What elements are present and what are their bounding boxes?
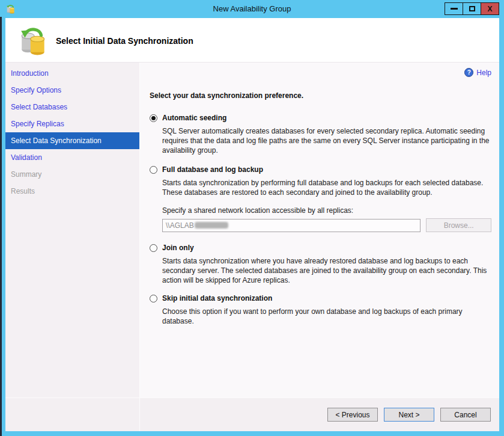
join-only-description: Starts data synchronization where you ha… — [162, 256, 491, 285]
sidebar-item-validation[interactable]: Validation — [5, 149, 139, 166]
option-skip-sync: Skip initial data synchronization Choose… — [150, 294, 491, 326]
titlebar: New Availability Group X — [0, 0, 504, 18]
browse-button[interactable]: Browse... — [426, 218, 491, 232]
option-join-only: Join only Starts data synchronization wh… — [150, 244, 491, 285]
skip-sync-radio[interactable] — [150, 295, 157, 302]
window-title: New Availability Group — [0, 0, 504, 18]
share-location-label: Specify a shared network location access… — [162, 206, 491, 215]
full-backup-description: Starts data synchronization by performin… — [162, 178, 491, 197]
maximize-button[interactable] — [463, 2, 481, 15]
redacted-text — [195, 222, 228, 229]
page-title: Select Initial Data Synchronization — [56, 36, 193, 46]
help-link[interactable]: Help — [476, 69, 491, 77]
skip-sync-label[interactable]: Skip initial data synchronization — [162, 294, 272, 302]
database-sync-icon — [19, 25, 49, 57]
close-button[interactable]: X — [481, 2, 499, 15]
next-button[interactable]: Next > — [384, 408, 434, 422]
automatic-seeding-radio[interactable] — [150, 114, 157, 122]
minimize-button[interactable] — [445, 2, 463, 15]
footer-divider — [139, 398, 140, 431]
option-full-backup: Full database and log backup Starts data… — [150, 165, 491, 232]
sidebar-item-introduction[interactable]: Introduction — [5, 65, 139, 82]
sidebar-item-select-databases[interactable]: Select Databases — [5, 99, 139, 115]
help-icon: ? — [464, 68, 473, 77]
wizard-footer: < Previous Next > Cancel — [5, 398, 499, 431]
join-only-label[interactable]: Join only — [162, 244, 194, 252]
sidebar-item-specify-options[interactable]: Specify Options — [5, 82, 139, 99]
full-backup-radio[interactable] — [150, 166, 157, 174]
share-location-input[interactable]: \\AGLAB — [162, 219, 421, 232]
full-backup-label[interactable]: Full database and log backup — [162, 165, 263, 174]
preference-heading: Select your data synchronization prefere… — [150, 91, 491, 100]
sidebar-item-summary: Summary — [5, 166, 139, 183]
new-availability-group-window: New Availability Group X Select Initial … — [0, 0, 504, 436]
option-automatic-seeding: Automatic seeding SQL Server automatical… — [150, 114, 491, 155]
help-row: ? Help — [150, 68, 491, 77]
wizard-steps-sidebar: Introduction Specify Options Select Data… — [5, 63, 139, 398]
window-controls: X — [445, 2, 499, 15]
share-location-row: \\AGLAB Browse... — [162, 218, 491, 232]
skip-sync-description: Choose this option if you want to perfor… — [162, 307, 491, 326]
window-left-shadow — [0, 17, 2, 436]
automatic-seeding-description: SQL Server automatically creates databas… — [162, 126, 491, 155]
wizard-body: Introduction Specify Options Select Data… — [5, 63, 499, 398]
main-panel: ? Help Select your data synchronization … — [139, 63, 499, 398]
automatic-seeding-label[interactable]: Automatic seeding — [162, 114, 226, 122]
sidebar-item-specify-replicas[interactable]: Specify Replicas — [5, 115, 139, 132]
close-icon: X — [487, 5, 492, 13]
maximize-icon — [469, 6, 475, 11]
minimize-icon — [451, 8, 458, 10]
wizard-header: Select Initial Data Synchronization — [5, 18, 499, 63]
sidebar-item-select-data-synchronization[interactable]: Select Data Synchronization — [5, 132, 139, 149]
join-only-radio[interactable] — [150, 244, 157, 252]
previous-button[interactable]: < Previous — [327, 408, 378, 422]
cancel-button[interactable]: Cancel — [440, 408, 491, 422]
share-location-value: \\AGLAB — [166, 221, 194, 230]
sidebar-item-results: Results — [5, 183, 139, 200]
